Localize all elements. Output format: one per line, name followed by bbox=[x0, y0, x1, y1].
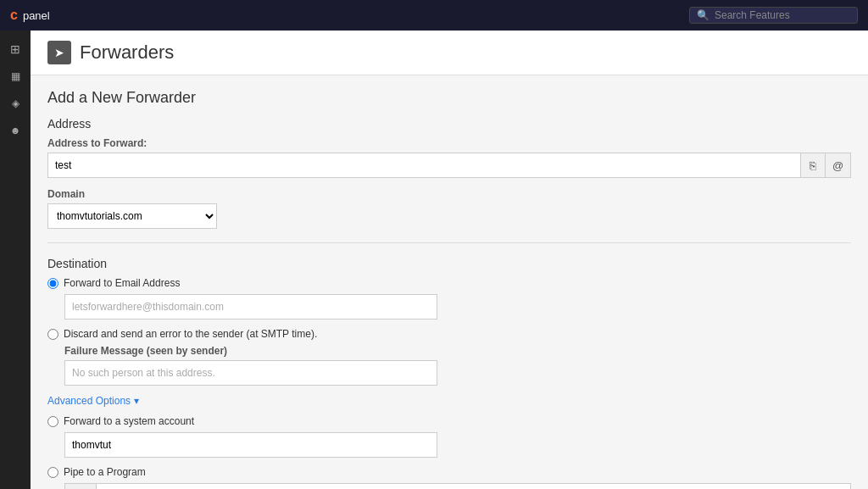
section-divider-1 bbox=[47, 242, 851, 243]
content-area: ➤ Forwarders Add a New Forwarder Address… bbox=[31, 31, 868, 489]
radio-email-label[interactable]: Forward to Email Address bbox=[64, 277, 180, 289]
radio-pipe-option: Pipe to a Program bbox=[47, 466, 851, 478]
domain-select[interactable]: thomvtutorials.com bbox=[47, 203, 217, 229]
radio-email-option: Forward to Email Address bbox=[47, 277, 851, 289]
advanced-options-label: Advanced Options bbox=[47, 395, 131, 407]
destination-section-title: Destination bbox=[47, 257, 851, 270]
address-to-forward-group: Address to Forward: ⎘ @ bbox=[47, 137, 851, 178]
cpanel-logo-text: c bbox=[10, 8, 18, 23]
radio-email[interactable] bbox=[47, 278, 58, 289]
pipe-home-icon: 🏠/ bbox=[64, 483, 96, 489]
email-forward-input[interactable] bbox=[64, 294, 437, 320]
failure-message-input[interactable] bbox=[64, 360, 437, 386]
email-sub-form bbox=[64, 294, 851, 320]
page-subtitle: Add a New Forwarder bbox=[47, 89, 851, 107]
page-content: Add a New Forwarder Address Address to F… bbox=[31, 75, 868, 489]
sidebar-icon-palette[interactable]: ◈ bbox=[3, 92, 27, 115]
at-icon-btn[interactable]: @ bbox=[826, 153, 851, 178]
sidebar-icon-chart[interactable]: ▦ bbox=[3, 64, 27, 88]
radio-system-option: Forward to a system account bbox=[47, 415, 851, 427]
forwarders-icon: ➤ bbox=[47, 41, 71, 64]
radio-system[interactable] bbox=[47, 416, 58, 427]
radio-discard-option: Discard and send an error to the sender … bbox=[47, 328, 851, 340]
domain-group: Domain thomvtutorials.com bbox=[47, 188, 851, 229]
address-input[interactable] bbox=[47, 153, 800, 178]
pipe-program-input[interactable] bbox=[96, 483, 851, 489]
radio-discard-label[interactable]: Discard and send an error to the sender … bbox=[64, 328, 317, 340]
main-layout: ⊞ ▦ ◈ ☻ ➤ Forwarders Add a New Forwarder… bbox=[0, 31, 868, 489]
top-nav: c panel 🔍 bbox=[0, 0, 868, 31]
address-section-title: Address bbox=[47, 117, 851, 131]
system-account-input[interactable] bbox=[64, 432, 437, 458]
advanced-options-toggle[interactable]: Advanced Options ▾ bbox=[47, 395, 139, 407]
chevron-down-icon: ▾ bbox=[134, 395, 139, 407]
page-title: Forwarders bbox=[80, 42, 174, 64]
system-sub-form bbox=[64, 432, 851, 458]
pipe-sub-form: 🏠/ When piping to a program, you should … bbox=[64, 483, 851, 489]
copy-icon-btn[interactable]: ⎘ bbox=[800, 153, 826, 178]
page-header: ➤ Forwarders bbox=[31, 31, 868, 75]
radio-discard[interactable] bbox=[47, 329, 58, 340]
failure-sub-form: Failure Message (seen by sender) bbox=[64, 345, 851, 386]
failure-label: Failure Message (seen by sender) bbox=[64, 345, 851, 357]
address-label: Address to Forward: bbox=[47, 137, 851, 149]
logo: c panel bbox=[10, 8, 50, 23]
radio-pipe-label[interactable]: Pipe to a Program bbox=[64, 466, 146, 478]
sidebar-icon-users[interactable]: ☻ bbox=[3, 119, 27, 142]
sidebar: ⊞ ▦ ◈ ☻ bbox=[0, 31, 31, 489]
cpanel-logo-panel: panel bbox=[23, 9, 50, 22]
search-icon: 🔍 bbox=[697, 9, 709, 21]
pipe-input-row: 🏠/ bbox=[64, 483, 851, 489]
search-input[interactable] bbox=[715, 9, 850, 21]
sidebar-icon-grid[interactable]: ⊞ bbox=[3, 37, 27, 61]
radio-pipe[interactable] bbox=[47, 467, 58, 478]
search-box[interactable]: 🔍 bbox=[689, 7, 858, 24]
address-input-row: ⎘ @ bbox=[47, 153, 851, 178]
radio-system-label[interactable]: Forward to a system account bbox=[64, 415, 194, 427]
domain-label: Domain bbox=[47, 188, 851, 200]
